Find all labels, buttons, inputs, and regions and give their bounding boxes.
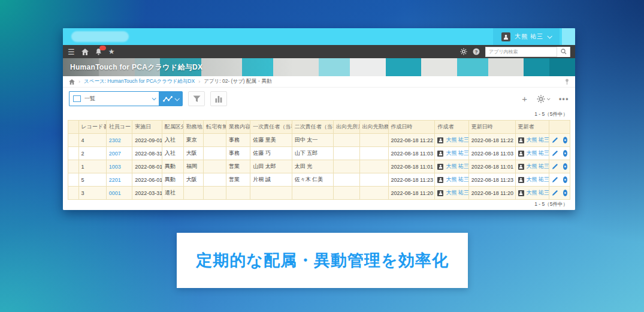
row-actions-cell [549, 147, 570, 160]
category-cell: 異動 [162, 160, 183, 173]
employee-code-link[interactable]: 2201 [109, 177, 121, 183]
column-header-actions [549, 121, 570, 134]
employee-code-link[interactable]: 1003 [109, 164, 121, 170]
location-cell [183, 187, 204, 200]
creator-cell: 大熊 祐三 [435, 173, 468, 187]
work-cell: 営業 [226, 173, 250, 187]
secondment-loc-cell [359, 173, 388, 187]
table-row: 220072022-08-31入社大阪事務佐藤 巧山下 五郎2022-08-18… [68, 147, 570, 160]
home-icon[interactable] [81, 49, 89, 55]
created-at-cell: 2022-08-18 11:23 [388, 173, 435, 187]
open-record-icon[interactable] [563, 190, 567, 196]
record-range-top: 1 - 5（5件中） [63, 110, 575, 120]
user-avatar-icon [518, 177, 524, 183]
edit-record-icon[interactable] [552, 137, 558, 143]
user-link[interactable]: 大熊 祐三 [527, 149, 549, 157]
app-search [485, 47, 570, 57]
user-link[interactable]: 大熊 祐三 [446, 149, 468, 157]
location-cell: 大阪 [183, 147, 204, 160]
edit-record-icon[interactable] [552, 163, 558, 170]
user-link[interactable]: 大熊 祐三 [527, 176, 549, 184]
user-avatar-icon [501, 32, 510, 41]
user-link[interactable]: 大熊 祐三 [446, 189, 468, 197]
secondment-dept-cell [334, 187, 360, 200]
search-icon[interactable] [557, 47, 570, 57]
breadcrumb-separator: › [78, 79, 80, 85]
user-link[interactable]: 大熊 祐三 [446, 163, 468, 170]
creator-cell: 大熊 祐三 [435, 187, 468, 200]
updated-at-cell: 2022-08-18 11:20 [468, 187, 515, 200]
menu-icon[interactable]: ☰ [68, 48, 75, 56]
secondment-dept-cell [334, 160, 360, 173]
user-avatar-icon [437, 151, 443, 157]
location-cell: 東京 [183, 134, 204, 147]
app-settings-button[interactable] [537, 95, 549, 103]
manager1-cell: 片桐 誠 [250, 173, 292, 187]
add-record-button[interactable]: + [522, 94, 527, 104]
topbar-endcap [562, 28, 575, 45]
open-record-icon[interactable] [563, 137, 567, 143]
edit-record-icon[interactable] [552, 150, 558, 157]
updated-at-cell: 2022-08-18 11:23 [468, 173, 515, 187]
pin-icon[interactable] [565, 79, 569, 85]
open-record-icon[interactable] [563, 150, 567, 157]
breadcrumb-space-link[interactable]: スペース: HumanTouch for PCAクラウド給与DX [84, 78, 195, 85]
column-header: 二次責任者（当社） [292, 121, 334, 134]
edit-record-icon[interactable] [552, 190, 558, 196]
user-link[interactable]: 大熊 祐三 [527, 189, 549, 197]
column-header: 一次責任者（当社） [250, 121, 292, 134]
search-input[interactable] [486, 47, 557, 56]
user-link[interactable]: 大熊 祐三 [527, 163, 549, 170]
column-header: 作成者 [435, 121, 468, 134]
view-selector[interactable]: 一覧 [69, 91, 159, 106]
graph-button[interactable] [159, 91, 183, 106]
secondment-loc-cell [359, 134, 388, 147]
chart-button[interactable] [210, 91, 227, 106]
work-cell: 事務 [226, 134, 250, 147]
column-header: 転宅有無 [204, 121, 226, 134]
row-actions-cell [549, 187, 570, 200]
employee-code-link[interactable]: 2007 [109, 151, 121, 157]
record-range-bottom: 1 - 5（5件中） [63, 200, 575, 210]
work-cell: 事務 [226, 147, 250, 160]
table-row: 300012022-03-31退社2022-08-18 11:20大熊 祐三20… [68, 187, 570, 200]
more-options-button[interactable]: ••• [559, 95, 569, 103]
creator-cell: 大熊 祐三 [435, 134, 468, 147]
category-cell: 入社 [162, 134, 183, 147]
updated-at-cell: 2022-08-18 11:01 [468, 160, 515, 173]
notification-bell-icon[interactable] [95, 48, 102, 55]
user-menu[interactable]: 大熊 祐三 [493, 28, 560, 45]
secondment-loc-cell [359, 160, 388, 173]
chevron-down-icon [174, 96, 179, 101]
employee-code-cell: 1003 [106, 160, 132, 173]
manager2-cell: 田中 太一 [292, 134, 334, 147]
location-cell: 福岡 [183, 160, 204, 173]
user-link[interactable]: 大熊 祐三 [446, 136, 468, 144]
favorites-star-icon[interactable]: ★ [108, 47, 115, 56]
user-avatar-icon [437, 164, 443, 170]
user-link[interactable]: 大熊 祐三 [527, 136, 549, 144]
filter-button[interactable] [188, 91, 205, 106]
open-record-icon[interactable] [563, 163, 567, 170]
user-name: 大熊 祐三 [515, 32, 543, 41]
manager1-cell: 山田 太郎 [250, 160, 292, 173]
column-header: 更新日時 [468, 121, 515, 134]
settings-gear-icon[interactable] [460, 48, 467, 55]
user-avatar-icon [437, 137, 443, 143]
help-icon[interactable]: ? [473, 48, 480, 55]
manager1-cell: 佐藤 里美 [250, 134, 292, 147]
svg-text:?: ? [475, 49, 478, 55]
table-header-row: レコード番号社員コード実施日配属区分勤務地転宅有無業務内容一次責任者（当社）二次… [68, 121, 570, 134]
employee-code-link[interactable]: 2302 [109, 137, 121, 143]
app-cover: HumanTouch for PCAクラウド給与DX [63, 58, 575, 76]
line-chart-icon [163, 95, 173, 103]
user-link[interactable]: 大熊 祐三 [446, 176, 468, 184]
record-detail-cell [68, 160, 79, 173]
caption-text: 定期的な配属・異動管理を効率化 [196, 250, 448, 271]
open-record-icon[interactable] [563, 176, 567, 183]
breadcrumb-home-icon[interactable] [69, 79, 75, 85]
employee-code-link[interactable]: 0001 [109, 190, 121, 196]
edit-record-icon[interactable] [552, 176, 558, 183]
work-cell: 営業 [226, 160, 250, 173]
column-header: 勤務地 [183, 121, 204, 134]
